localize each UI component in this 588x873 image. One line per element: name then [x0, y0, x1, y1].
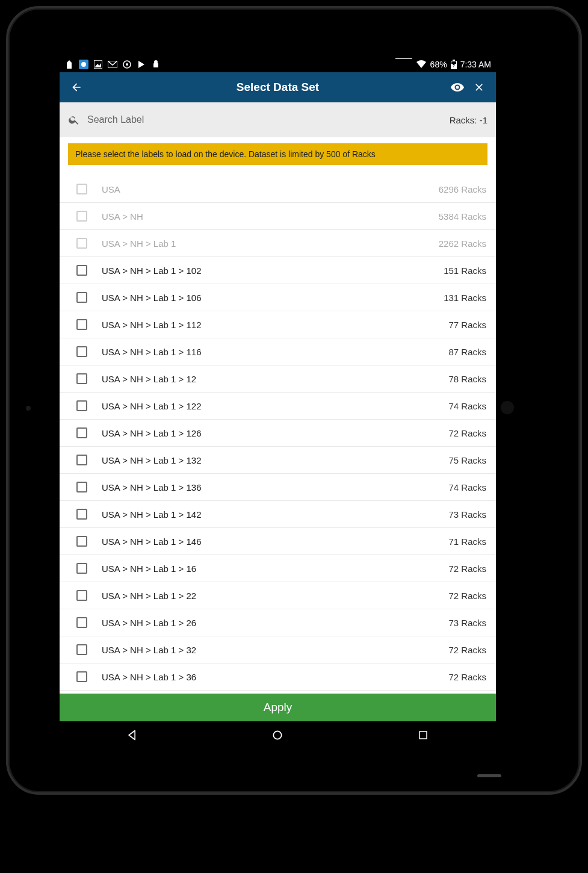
voicemail-icon — [64, 60, 74, 69]
search-icon — [68, 114, 80, 126]
list-item[interactable]: USA > NH > Lab 1 > 102151 Racks — [60, 257, 496, 284]
checkbox — [76, 238, 87, 249]
checkbox[interactable] — [76, 400, 87, 411]
checkbox[interactable] — [76, 373, 87, 384]
item-count: 2262 Racks — [439, 238, 489, 249]
item-label: USA > NH > Lab 1 > 116 — [102, 347, 448, 357]
checkbox[interactable] — [76, 536, 87, 547]
status-icons-left — [64, 60, 161, 69]
dataset-list[interactable]: USA6296 RacksUSA > NH5384 RacksUSA > NH … — [60, 165, 496, 694]
list-item[interactable]: USA > NH > Lab 1 > 14273 Racks — [60, 501, 496, 528]
list-item[interactable]: USA > NH > Lab 1 > 11277 Racks — [60, 311, 496, 338]
list-item[interactable]: USA > NH > Lab 1 > 13275 Racks — [60, 447, 496, 474]
item-label: USA > NH > Lab 1 > 22 — [102, 591, 448, 601]
list-item[interactable]: USA > NH > Lab 1 > 1672 Racks — [60, 555, 496, 582]
search-row: Racks: -1 — [60, 102, 496, 137]
play-store-icon — [137, 60, 146, 69]
list-item: USA > NH > Lab 12262 Racks — [60, 230, 496, 257]
item-count: 73 Racks — [448, 509, 489, 520]
item-label: USA > NH > Lab 1 > 36 — [102, 672, 448, 682]
item-label: USA > NH > Lab 1 > 16 — [102, 564, 448, 574]
item-count: 72 Racks — [448, 564, 489, 574]
list-item[interactable]: USA > NH > Lab 1 > 1278 Racks — [60, 365, 496, 393]
item-label: USA > NH > Lab 1 > 146 — [102, 536, 448, 547]
list-item[interactable]: USA > NH > Lab 1 > 2272 Racks — [60, 582, 496, 609]
item-count: 72 Racks — [448, 591, 489, 601]
item-count: 72 Racks — [448, 428, 489, 438]
list-item[interactable]: USA > NH > Lab 1 > 12672 Racks — [60, 420, 496, 447]
item-label: USA > NH — [102, 211, 439, 222]
status-right: 68% 7:33 AM — [395, 60, 491, 69]
item-count: 5384 Racks — [439, 211, 489, 222]
status-bar: 68% 7:33 AM — [60, 57, 496, 72]
checkbox[interactable] — [76, 292, 87, 303]
list-item[interactable]: USA > NH > Lab 1 > 3672 Racks — [60, 663, 496, 691]
checkbox[interactable] — [76, 482, 87, 492]
battery-icon — [451, 60, 457, 69]
nav-back-button[interactable] — [108, 729, 156, 741]
item-count: 74 Racks — [448, 482, 489, 492]
nav-home-button[interactable] — [253, 729, 302, 741]
list-item[interactable]: USA > NH > Lab 1 > 11687 Racks — [60, 338, 496, 365]
svg-point-11 — [456, 86, 459, 89]
item-label: USA — [102, 184, 439, 194]
notice-banner: Please select the labels to load on the … — [68, 143, 487, 165]
checkbox[interactable] — [76, 590, 87, 601]
item-label: USA > NH > Lab 1 — [102, 238, 439, 249]
checkbox[interactable] — [76, 346, 87, 357]
list-item[interactable]: USA > NH > Lab 1 > 14671 Racks — [60, 528, 496, 555]
close-button[interactable] — [468, 76, 490, 98]
visibility-button[interactable] — [447, 76, 468, 98]
checkbox[interactable] — [76, 563, 87, 574]
android-nav-bar — [60, 721, 496, 749]
svg-rect-6 — [153, 63, 158, 67]
list-item: USA6296 Racks — [60, 176, 496, 203]
checkbox[interactable] — [76, 265, 87, 276]
checkbox[interactable] — [76, 617, 87, 628]
item-label: USA > NH > Lab 1 > 102 — [102, 266, 444, 276]
item-label: USA > NH > Lab 1 > 32 — [102, 645, 448, 655]
checkbox[interactable] — [76, 644, 87, 655]
item-count: 77 Racks — [448, 320, 489, 330]
item-label: USA > NH > Lab 1 > 136 — [102, 482, 448, 492]
item-label: USA > NH > Lab 1 > 106 — [102, 293, 444, 303]
svg-point-1 — [81, 62, 86, 67]
battery-text: 68% — [430, 60, 447, 69]
app-bar: Select Data Set — [60, 72, 496, 102]
checkbox[interactable] — [76, 455, 87, 465]
item-count: 71 Racks — [448, 536, 489, 547]
apply-button[interactable]: Apply — [60, 694, 496, 721]
item-label: USA > NH > Lab 1 > 26 — [102, 618, 448, 628]
checkbox[interactable] — [76, 509, 87, 520]
camera-dot — [26, 406, 31, 411]
list-item[interactable]: USA > NH > Lab 1 > 2673 Racks — [60, 609, 496, 636]
checkbox[interactable] — [76, 319, 87, 330]
item-label: USA > NH > Lab 1 > 112 — [102, 320, 448, 330]
search-input[interactable] — [87, 114, 442, 125]
app-icon — [79, 60, 88, 69]
racks-count: Racks: -1 — [450, 115, 487, 125]
checkbox — [76, 211, 87, 222]
nav-recent-button[interactable] — [399, 730, 447, 741]
side-button — [501, 401, 514, 414]
svg-point-5 — [126, 63, 128, 66]
screen: 68% 7:33 AM Select Data Set Racks: - — [60, 57, 496, 749]
svg-rect-13 — [419, 732, 427, 739]
checkbox[interactable] — [76, 427, 87, 438]
list-item[interactable]: USA > NH > Lab 1 > 106131 Racks — [60, 284, 496, 311]
item-label: USA > NH > Lab 1 > 142 — [102, 509, 448, 520]
image-icon — [93, 60, 103, 69]
list-item[interactable]: USA > NH > Lab 1 > 3272 Racks — [60, 636, 496, 663]
item-count: 151 Racks — [444, 266, 489, 276]
svg-point-12 — [274, 731, 282, 739]
back-button[interactable] — [66, 76, 87, 98]
checkbox[interactable] — [76, 671, 87, 682]
svg-point-7 — [154, 60, 158, 64]
item-label: USA > NH > Lab 1 > 122 — [102, 401, 448, 411]
list-item[interactable]: USA > NH > Lab 1 > 12274 Racks — [60, 393, 496, 420]
target-icon — [122, 60, 132, 69]
item-count: 72 Racks — [448, 645, 489, 655]
item-count: 72 Racks — [448, 672, 489, 682]
page-title: Select Data Set — [60, 81, 496, 94]
list-item[interactable]: USA > NH > Lab 1 > 13674 Racks — [60, 474, 496, 501]
